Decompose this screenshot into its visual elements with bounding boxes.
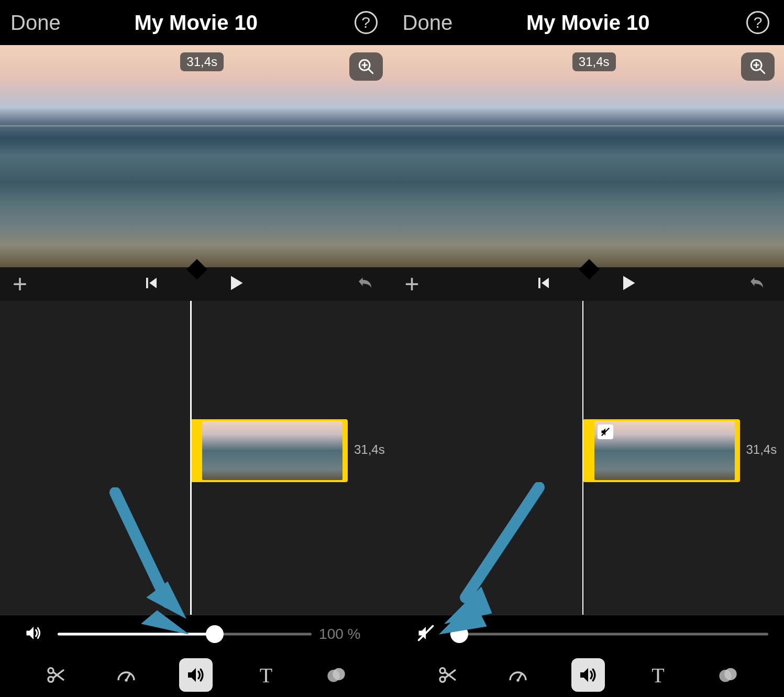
volume-tool-tab[interactable]	[179, 658, 213, 692]
filter-tool-tab[interactable]	[711, 658, 745, 692]
magnifier-plus-icon	[749, 58, 767, 75]
svg-marker-6	[231, 276, 243, 290]
svg-rect-23	[538, 278, 540, 288]
clip-thumbnail	[202, 421, 343, 480]
svg-point-38	[724, 668, 736, 680]
title-T-icon: T	[652, 663, 664, 688]
clip-duration-label: 31,4s	[354, 442, 385, 457]
preview-duration-badge: 31,4s	[180, 52, 224, 71]
volume-icon	[578, 665, 599, 685]
svg-marker-5	[149, 278, 157, 288]
svg-line-20	[760, 69, 765, 73]
cut-tool-tab[interactable]	[39, 658, 73, 692]
title-tool-tab[interactable]: T	[249, 658, 283, 692]
edit-tools-tabbar: T	[0, 653, 392, 697]
volume-percent-label: 100 %	[319, 626, 360, 642]
done-button[interactable]: Done	[403, 11, 453, 35]
zoom-in-button[interactable]	[349, 52, 383, 81]
done-button[interactable]: Done	[10, 11, 61, 35]
svg-rect-4	[146, 278, 148, 288]
magnifier-plus-icon	[357, 58, 375, 75]
volume-tool-tab[interactable]	[571, 658, 605, 692]
plus-icon: +	[405, 270, 419, 298]
pane-right: Done My Movie 10 ? 31,4s +	[392, 0, 785, 697]
svg-marker-17	[147, 582, 186, 618]
skip-start-icon	[143, 275, 159, 291]
preview-decoration	[392, 125, 785, 127]
play-icon	[226, 274, 245, 292]
play-button[interactable]	[619, 274, 637, 295]
playhead-line[interactable]	[582, 301, 584, 615]
volume-icon-button[interactable]	[24, 624, 43, 645]
transport-bar: +	[392, 267, 785, 301]
title-T-icon: T	[260, 663, 272, 688]
scissors-icon	[437, 665, 458, 685]
clip-thumbnail	[594, 421, 735, 480]
annotation-arrow	[424, 482, 560, 641]
help-button[interactable]: ?	[355, 11, 378, 34]
cut-tool-tab[interactable]	[431, 658, 465, 692]
video-clip[interactable]	[583, 419, 740, 482]
preview-duration-badge: 31,4s	[572, 52, 616, 71]
video-clip[interactable]	[191, 419, 348, 482]
add-media-button[interactable]: +	[405, 271, 419, 297]
go-to-start-button[interactable]	[143, 275, 159, 293]
question-mark-icon: ?	[361, 14, 370, 31]
undo-button[interactable]	[747, 274, 766, 295]
pane-left: Done My Movie 10 ? 31,4s +	[0, 0, 392, 697]
preview-decoration	[0, 125, 392, 127]
navbar: Done My Movie 10 ?	[0, 0, 392, 45]
volume-icon	[185, 665, 206, 685]
undo-icon	[356, 274, 374, 292]
project-title: My Movie 10	[134, 11, 258, 35]
title-tool-tab[interactable]: T	[641, 658, 675, 692]
venn-filter-icon	[717, 665, 738, 685]
speedometer-icon	[507, 665, 528, 685]
venn-filter-icon	[326, 665, 347, 685]
svg-point-16	[333, 668, 345, 680]
svg-marker-25	[623, 276, 635, 290]
transport-bar: +	[0, 267, 392, 301]
add-media-button[interactable]: +	[13, 271, 27, 297]
project-title: My Movie 10	[526, 11, 650, 35]
svg-marker-24	[542, 278, 549, 288]
go-to-start-button[interactable]	[536, 275, 551, 293]
navbar: Done My Movie 10 ?	[392, 0, 785, 45]
svg-marker-14	[188, 668, 196, 682]
clip-duration-label: 31,4s	[746, 442, 777, 457]
speed-tool-tab[interactable]	[109, 658, 143, 692]
scissors-icon	[46, 665, 67, 685]
question-mark-icon: ?	[754, 14, 763, 31]
svg-marker-7	[27, 627, 34, 639]
volume-on-icon	[24, 624, 43, 642]
speed-tool-tab[interactable]	[501, 658, 535, 692]
video-preview[interactable]: 31,4s	[0, 45, 392, 267]
help-button[interactable]: ?	[746, 11, 769, 34]
svg-marker-36	[580, 668, 588, 682]
edit-tools-tabbar: T	[392, 653, 785, 697]
zoom-in-button[interactable]	[741, 52, 775, 81]
clip-muted-badge	[598, 424, 613, 439]
play-icon	[619, 274, 637, 292]
filter-tool-tab[interactable]	[319, 658, 353, 692]
skip-start-icon	[536, 275, 551, 291]
annotation-arrow	[94, 487, 209, 647]
svg-line-1	[368, 69, 372, 73]
speedometer-icon	[116, 665, 137, 685]
plus-icon: +	[13, 270, 27, 298]
mute-icon	[600, 427, 611, 437]
svg-point-13	[125, 679, 127, 681]
undo-button[interactable]	[356, 274, 374, 295]
svg-point-35	[516, 679, 519, 681]
video-preview[interactable]: 31,4s	[392, 45, 785, 267]
play-button[interactable]	[226, 274, 245, 295]
undo-icon	[747, 274, 766, 292]
